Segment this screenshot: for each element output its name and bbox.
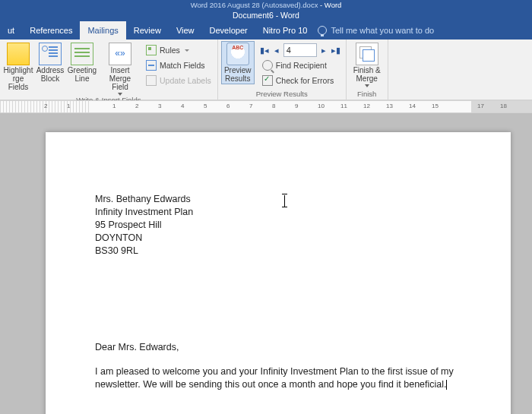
record-number-input[interactable] [283, 43, 317, 57]
titlebar: Word 2016 August 28 (Autosaved).docx - W… [0, 0, 532, 10]
horizontal-ruler[interactable]: 211234567891011121314151718 [0, 100, 532, 113]
tab-developer[interactable]: Developer [202, 21, 255, 40]
check-for-errors-button[interactable]: Check for Errors [259, 73, 341, 88]
document-subtitle: Document6 - Word [0, 10, 532, 21]
body-paragraph: I am pleased to welcome you and your Inf… [95, 365, 461, 391]
title-filename: Word 2016 August 28 (Autosaved).docx [191, 1, 318, 9]
rules-button[interactable]: Rules [143, 43, 214, 58]
last-record-button[interactable]: ▸▮ [331, 44, 341, 56]
address-block-button[interactable]: Address Block [35, 41, 65, 83]
tab-mailings[interactable]: Mailings [80, 21, 125, 40]
find-recipient-button[interactable]: Find Recipient [259, 58, 341, 73]
ribbon-tabs: ut References Mailings Review View Devel… [0, 21, 532, 40]
text-cursor-icon [282, 195, 287, 207]
tab-nitro[interactable]: Nitro Pro 10 [255, 21, 315, 40]
salutation: Dear Mrs. Edwards, [95, 341, 461, 354]
group-label-finish: Finish [350, 90, 385, 100]
record-navigation: ▮◂ ◂ ▸ ▸▮ [259, 43, 341, 58]
tell-me-placeholder: Tell me what you want to do [331, 26, 434, 35]
tab-layout-cut[interactable]: ut [0, 21, 22, 40]
insert-merge-field-button[interactable]: Insert Merge Field [99, 41, 141, 96]
insertion-caret [446, 380, 447, 390]
group-label-preview: Preview Results [221, 90, 343, 100]
highlight-icon [7, 43, 30, 65]
addr-line: DOYNTON [95, 232, 461, 245]
rules-icon [146, 45, 157, 55]
letter-body[interactable]: Dear Mrs. Edwards, I am pleased to welco… [95, 341, 461, 391]
match-fields-icon [146, 60, 157, 71]
check-icon [262, 75, 273, 86]
next-record-button[interactable]: ▸ [318, 44, 329, 56]
document-area[interactable]: Mrs. Bethany Edwards Infinity Investment… [0, 113, 532, 414]
highlight-merge-fields-button[interactable]: Highlight rge Fields [3, 41, 33, 91]
greeting-line-button[interactable]: Greeting Line [67, 41, 97, 83]
preview-results-button[interactable]: Preview Results [221, 41, 255, 84]
first-record-button[interactable]: ▮◂ [259, 44, 270, 56]
search-icon [262, 60, 273, 71]
address-block-icon [39, 43, 62, 65]
prev-record-button[interactable]: ◂ [271, 44, 282, 56]
address-block-content[interactable]: Mrs. Bethany Edwards Infinity Investment… [95, 193, 461, 258]
tab-references[interactable]: References [22, 21, 80, 40]
greeting-line-icon [71, 43, 93, 65]
tab-view[interactable]: View [169, 21, 202, 40]
lightbulb-icon [318, 26, 327, 35]
match-fields-button[interactable]: Match Fields [143, 58, 214, 73]
tab-review[interactable]: Review [126, 21, 169, 40]
finish-merge-button[interactable]: Finish & Merge [350, 41, 385, 87]
preview-results-icon [226, 43, 249, 65]
addr-line: BS30 9RL [95, 245, 461, 258]
update-labels-button: Update Labels [143, 73, 214, 88]
addr-line: Mrs. Bethany Edwards [95, 193, 461, 206]
tell-me-search[interactable]: Tell me what you want to do [318, 26, 434, 35]
merge-field-icon [109, 43, 131, 65]
update-labels-icon [146, 75, 157, 86]
addr-line: Infinity Investment Plan [95, 206, 461, 219]
chevron-down-icon [185, 49, 189, 52]
chevron-down-icon [365, 84, 369, 87]
document-page[interactable]: Mrs. Bethany Edwards Infinity Investment… [46, 132, 511, 414]
addr-line: 95 Prospect Hill [95, 219, 461, 232]
title-app: Word [325, 1, 342, 9]
finish-merge-icon [356, 43, 378, 65]
ribbon: Highlight rge Fields Address Block Greet… [0, 40, 532, 100]
